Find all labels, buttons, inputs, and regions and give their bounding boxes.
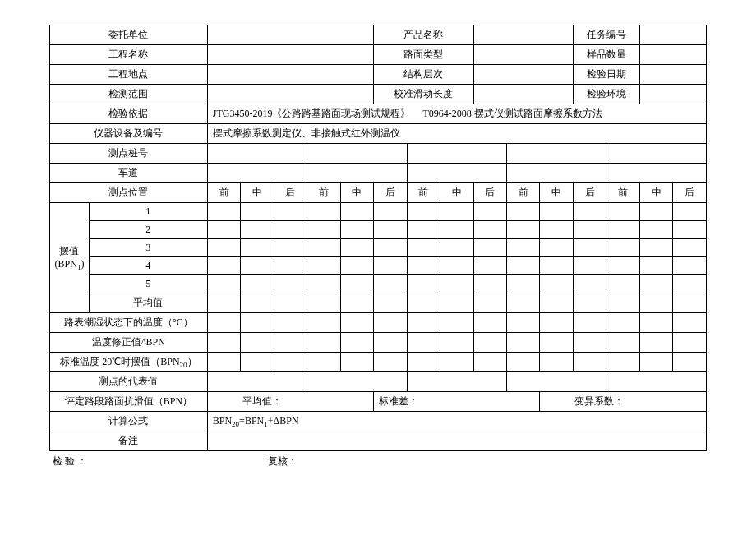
cv-cell: 变异系数： [540, 392, 707, 412]
env-label: 检验环境 [573, 85, 639, 104]
pos-5-back: 后 [673, 183, 707, 203]
project-value [207, 45, 373, 65]
pos-1-back: 后 [274, 183, 307, 203]
env-value [639, 85, 706, 104]
inspect-date-value [639, 65, 706, 85]
temp-corr-label: 温度修正值^BPN [50, 333, 208, 353]
station-val-5 [606, 144, 707, 164]
pos-1-mid: 中 [241, 183, 274, 203]
station-val-3 [407, 144, 506, 164]
sample-qty-value [639, 45, 706, 65]
rep-val-4 [506, 372, 606, 392]
pos-4-back: 后 [573, 183, 606, 203]
pos-4-front: 前 [506, 183, 539, 203]
reviewer-label: 复核： [268, 454, 297, 468]
std-cell: 标准差： [374, 392, 540, 412]
remark-label: 备注 [50, 431, 208, 451]
mean-cell: 平均值： [207, 392, 373, 412]
sample-qty-label: 样品数量 [573, 45, 639, 65]
scope-value [207, 85, 373, 104]
inspection-form-table: 委托单位 产品名称 任务编号 工程名称 路面类型 样品数量 工程地点 结构层次 … [49, 25, 707, 451]
basis-value: JTG3450-2019《公路路基路面现场测试规程》 T0964-2008 摆式… [207, 104, 706, 124]
lane-val-2 [307, 164, 407, 183]
layer-value [473, 65, 573, 85]
pos-3-mid: 中 [440, 183, 473, 203]
pos-1-front: 前 [207, 183, 240, 203]
lane-label: 车道 [50, 164, 208, 183]
bpn-group-label: 摆值 (BPN1) [50, 203, 90, 313]
rep-val-2 [307, 372, 407, 392]
footer: 检 验 ： 复核： [49, 454, 707, 468]
task-no-value [639, 25, 706, 45]
pos-4-mid: 中 [540, 183, 573, 203]
equip-label: 仪器设备及编号 [50, 124, 208, 144]
pos-5-front: 前 [606, 183, 639, 203]
pos-2-back: 后 [374, 183, 407, 203]
wet-temp-label: 路表潮湿状态下的温度（°C） [50, 313, 208, 333]
bpn-row-4-label: 4 [89, 257, 207, 275]
client-value [207, 25, 373, 45]
bpn-row-3-label: 3 [89, 239, 207, 257]
scope-label: 检测范围 [50, 85, 208, 104]
pos-3-front: 前 [407, 183, 440, 203]
layer-label: 结构层次 [374, 65, 473, 85]
bpn-row-2-label: 2 [89, 221, 207, 239]
formula-value: BPN20=BPN1+ΔBPN [207, 412, 706, 431]
lane-val-3 [407, 164, 506, 183]
lane-val-5 [606, 164, 707, 183]
pavement-type-label: 路面类型 [374, 45, 473, 65]
inspector-label: 检 验 ： [53, 454, 87, 468]
station-val-4 [506, 144, 606, 164]
slide-len-value [473, 85, 573, 104]
lane-val-1 [207, 164, 307, 183]
pos-2-front: 前 [307, 183, 340, 203]
location-label: 工程地点 [50, 65, 208, 85]
rep-value-label: 测点的代表值 [50, 372, 208, 392]
pos-2-mid: 中 [340, 183, 373, 203]
rep-val-3 [407, 372, 506, 392]
project-label: 工程名称 [50, 45, 208, 65]
equip-value: 摆式摩擦系数测定仪、非接触式红外测温仪 [207, 124, 706, 144]
bpn-row-5-label: 5 [89, 275, 207, 293]
basis-label: 检验依据 [50, 104, 208, 124]
product-value [473, 25, 573, 45]
rep-val-5 [606, 372, 707, 392]
pos-5-mid: 中 [639, 183, 672, 203]
station-val-2 [307, 144, 407, 164]
lane-val-4 [506, 164, 606, 183]
station-val-1 [207, 144, 307, 164]
task-no-label: 任务编号 [573, 25, 639, 45]
eval-label: 评定路段路面抗滑值（BPN） [50, 392, 208, 412]
inspect-date-label: 检验日期 [573, 65, 639, 85]
product-label: 产品名称 [374, 25, 473, 45]
pavement-type-value [473, 45, 573, 65]
slide-len-label: 校准滑动长度 [374, 85, 473, 104]
position-label: 测点位置 [50, 183, 208, 203]
pos-3-back: 后 [473, 183, 506, 203]
bpn20-label: 标准温度 20℃时摆值（BPN20） [50, 353, 208, 372]
bpn-row-1-label: 1 [89, 203, 207, 221]
station-label: 测点桩号 [50, 144, 208, 164]
bpn-row-avg-label: 平均值 [89, 293, 207, 313]
rep-val-1 [207, 372, 307, 392]
location-value [207, 65, 373, 85]
remark-value [207, 431, 706, 451]
formula-label: 计算公式 [50, 412, 208, 431]
client-label: 委托单位 [50, 25, 208, 45]
